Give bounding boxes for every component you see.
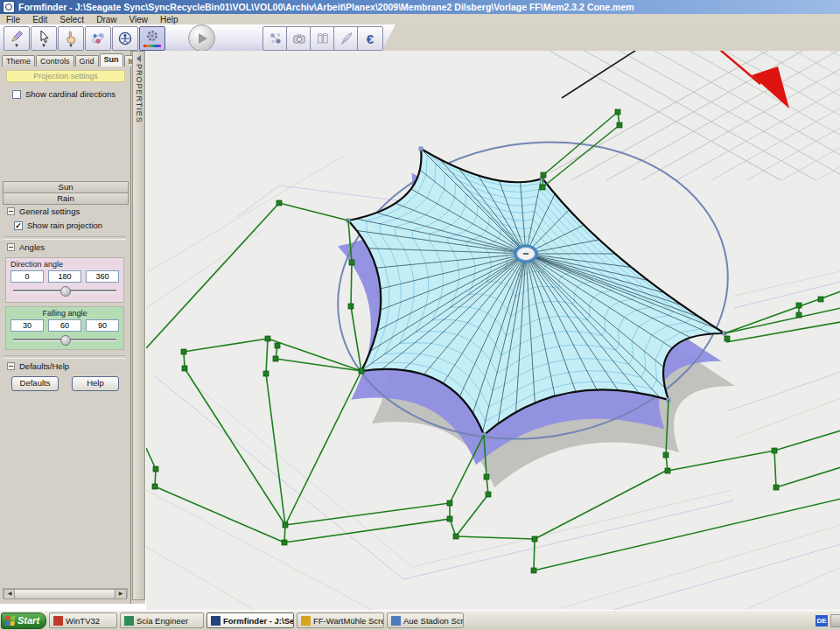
formfind-button[interactable] bbox=[85, 26, 111, 51]
direction-angle-value-2[interactable]: 360 bbox=[86, 270, 119, 283]
cardinal-directions-label: Show cardinal directions bbox=[25, 89, 116, 99]
properties-flyout-tab[interactable]: PROPERTIES bbox=[132, 51, 145, 600]
falling-angle-slider[interactable] bbox=[13, 334, 116, 345]
panel-hscrollbar[interactable]: ◀ ▶ bbox=[3, 588, 128, 598]
collapse-icon[interactable] bbox=[7, 362, 15, 370]
direction-angle-value-1[interactable]: 180 bbox=[48, 270, 81, 283]
task-label: Aue Stadion Screenshot ... bbox=[403, 616, 464, 626]
system-tray: DE bbox=[816, 614, 840, 627]
collapse-arrow-icon bbox=[136, 55, 141, 62]
task-icon bbox=[124, 616, 134, 626]
sun-section-button[interactable]: Sun bbox=[3, 181, 129, 193]
task-button-2[interactable]: Formfinder - J:\Seaga... bbox=[206, 612, 294, 628]
task-icon bbox=[391, 616, 401, 626]
dropdown-arrow-icon[interactable]: ▼ bbox=[41, 44, 46, 47]
rain-projection-row: ✓ Show rain projection bbox=[14, 220, 102, 230]
falling-angle-value-2[interactable]: 90 bbox=[86, 319, 119, 332]
slider-thumb[interactable] bbox=[60, 335, 71, 346]
task-button-1[interactable]: Scia Engineer bbox=[120, 612, 204, 628]
defaults-button[interactable]: Defaults bbox=[11, 376, 59, 391]
menu-item-edit[interactable]: Edit bbox=[26, 15, 53, 24]
direction-angle-value-0[interactable]: 0 bbox=[10, 270, 44, 283]
membrane-scene bbox=[146, 51, 840, 610]
separator bbox=[4, 236, 126, 240]
snapshot-button[interactable] bbox=[286, 26, 312, 51]
cardinal-directions-row: Show cardinal directions bbox=[12, 89, 116, 99]
separator bbox=[4, 355, 126, 359]
help-button[interactable]: Help bbox=[72, 376, 119, 391]
menu-item-file[interactable]: File bbox=[0, 15, 26, 24]
rain-section-button[interactable]: Rain bbox=[3, 192, 129, 205]
play-button[interactable] bbox=[188, 24, 215, 52]
material-button[interactable] bbox=[310, 26, 336, 51]
task-button-4[interactable]: Aue Stadion Screenshot ... bbox=[387, 612, 464, 628]
direction-angle-group: Direction angle 0180360 bbox=[5, 257, 124, 303]
panel-footer-gap bbox=[0, 604, 145, 610]
task-label: Formfinder - J:\Seaga... bbox=[223, 616, 294, 626]
menu-item-view[interactable]: View bbox=[123, 15, 155, 24]
angles-expander[interactable]: Angles bbox=[7, 242, 45, 252]
draw-pencil-button[interactable]: ▼ bbox=[4, 26, 30, 51]
falling-angle-group: Falling angle 306090 bbox=[5, 306, 124, 350]
defaults-help-label: Defaults/Help bbox=[19, 361, 69, 371]
statics-button[interactable] bbox=[262, 26, 289, 51]
window-title: Formfinder - J:\Seagate Sync\SyncRecycle… bbox=[18, 2, 634, 12]
collapse-icon[interactable] bbox=[7, 207, 15, 215]
play-icon bbox=[199, 33, 207, 44]
cardinal-directions-checkbox[interactable] bbox=[12, 90, 21, 99]
scroll-right-icon[interactable]: ▶ bbox=[115, 589, 127, 599]
settings-button[interactable] bbox=[139, 26, 165, 51]
direction-angle-slider[interactable] bbox=[13, 285, 116, 296]
formfinder-window: Formfinder - J:\Seagate Sync\SyncRecycle… bbox=[0, 0, 840, 630]
annotate-button[interactable] bbox=[333, 26, 360, 51]
task-button-row: WinTV32Scia EngineerFormfinder - J:\Seag… bbox=[46, 612, 464, 628]
grab-hand-button[interactable]: ▼ bbox=[58, 26, 84, 51]
rain-projection-label: Show rain projection bbox=[27, 220, 102, 230]
start-label: Start bbox=[18, 615, 39, 626]
angles-label: Angles bbox=[19, 242, 45, 252]
falling-angle-label: Falling angle bbox=[6, 309, 123, 318]
general-settings-expander[interactable]: General settings bbox=[7, 206, 80, 216]
select-cursor-button[interactable]: ▼ bbox=[31, 26, 57, 51]
falling-angle-value-1[interactable]: 60 bbox=[48, 319, 81, 332]
task-label: WinTV32 bbox=[66, 616, 100, 626]
menu-item-select[interactable]: Select bbox=[53, 15, 90, 24]
menu-item-help[interactable]: Help bbox=[154, 15, 185, 24]
cost-button[interactable]: € bbox=[357, 26, 383, 51]
scroll-thumb[interactable] bbox=[14, 589, 116, 599]
defaults-help-expander[interactable]: Defaults/Help bbox=[7, 361, 69, 371]
tab-grid[interactable]: Grid bbox=[75, 55, 99, 66]
dropdown-arrow-icon[interactable]: ▼ bbox=[14, 44, 19, 47]
tray-icon[interactable] bbox=[830, 614, 840, 627]
taskbar: Start WinTV32Scia EngineerFormfinder - J… bbox=[0, 610, 840, 630]
direction-angle-label: Direction angle bbox=[10, 260, 123, 269]
collapse-icon[interactable] bbox=[7, 243, 15, 251]
title-bar[interactable]: Formfinder - J:\Seagate Sync\SyncRecycle… bbox=[0, 0, 840, 14]
properties-panel: ThemeControlsGridSunImages Projection se… bbox=[0, 51, 131, 604]
tab-theme[interactable]: Theme bbox=[2, 55, 35, 66]
tab-sun[interactable]: Sun bbox=[100, 53, 123, 66]
language-indicator[interactable]: DE bbox=[816, 615, 828, 626]
task-button-3[interactable]: FF-WartMühle Screensh... bbox=[297, 612, 384, 628]
rain-projection-checkbox[interactable]: ✓ bbox=[14, 221, 23, 230]
task-icon bbox=[211, 616, 220, 626]
tab-controls[interactable]: Controls bbox=[36, 55, 74, 66]
slider-thumb[interactable] bbox=[60, 286, 71, 297]
falling-angle-value-0[interactable]: 30 bbox=[10, 319, 44, 332]
toolbar: LENZING PLASTICS S E F A R CarlStahl ▼▼▼… bbox=[0, 24, 840, 51]
dropdown-arrow-icon[interactable]: ▼ bbox=[68, 44, 74, 47]
task-label: Scia Engineer bbox=[136, 616, 188, 626]
direction-angle-values: 0180360 bbox=[6, 270, 123, 283]
menu-item-draw[interactable]: Draw bbox=[90, 15, 122, 24]
vitruvian-button[interactable] bbox=[112, 26, 138, 51]
viewport-3d[interactable] bbox=[145, 51, 840, 610]
projection-settings-banner: Projection settings bbox=[6, 70, 125, 82]
windows-flag-icon bbox=[4, 616, 15, 626]
task-label: FF-WartMühle Screensh... bbox=[313, 616, 384, 626]
task-button-0[interactable]: WinTV32 bbox=[49, 612, 117, 628]
task-icon bbox=[53, 616, 63, 626]
start-button[interactable]: Start bbox=[1, 612, 46, 629]
task-icon bbox=[301, 616, 311, 626]
falling-angle-values: 306090 bbox=[6, 319, 123, 332]
general-settings-label: General settings bbox=[19, 206, 80, 216]
